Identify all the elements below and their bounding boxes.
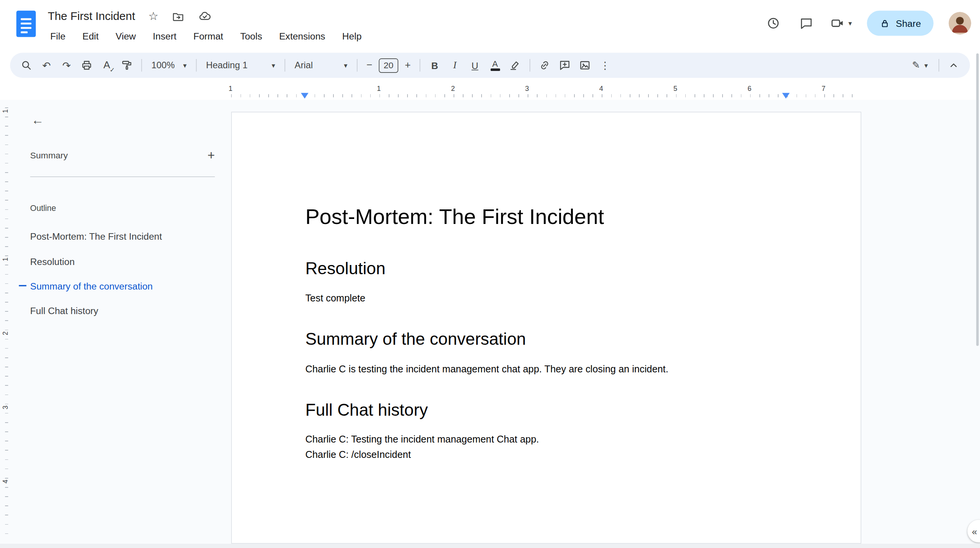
ruler-number: 5 <box>673 85 677 92</box>
highlight-color-icon[interactable] <box>505 56 525 75</box>
toolbar-divider <box>141 59 142 72</box>
ruler-number: 4 <box>599 85 603 92</box>
video-caret-icon[interactable]: ▾ <box>848 20 852 27</box>
right-indent-marker[interactable] <box>782 93 790 99</box>
lock-icon <box>879 18 890 29</box>
ruler-number: 2 <box>451 85 455 92</box>
outline-label: Outline <box>30 203 56 213</box>
avatar[interactable] <box>949 12 971 35</box>
doc-paragraph[interactable]: Charlie C: Testing the incident manageme… <box>305 432 798 447</box>
more-options-icon[interactable]: ⋮ <box>595 56 615 75</box>
title-row: The First Incident ☆ <box>48 8 212 25</box>
ruler-number: 1 <box>229 85 233 92</box>
paragraph-style-value: Heading 1 <box>206 60 247 70</box>
menu-view[interactable]: View <box>114 29 137 42</box>
doc-heading-1[interactable]: Post-Mortem: The First Incident <box>305 204 798 230</box>
toolbar-divider <box>420 59 421 72</box>
share-label: Share <box>896 18 921 29</box>
left-indent-marker[interactable] <box>301 93 309 99</box>
doc-paragraph[interactable]: Test complete <box>305 291 798 306</box>
menu-edit[interactable]: Edit <box>81 29 100 42</box>
outline-item-full-chat-history[interactable]: Full Chat history <box>19 298 224 323</box>
ruler-number: 7 <box>822 85 825 92</box>
move-folder-icon[interactable] <box>172 10 185 23</box>
spellcheck-icon[interactable]: A ✓ <box>97 56 117 75</box>
video-call-icon <box>830 16 845 31</box>
vruler-number: 2 <box>1 328 9 338</box>
collapse-side-panel-button[interactable]: « <box>967 520 980 543</box>
undo-icon[interactable]: ↶ <box>36 56 56 75</box>
insert-image-icon[interactable] <box>575 56 595 75</box>
doc-heading-resolution[interactable]: Resolution <box>305 258 798 279</box>
doc-heading-full-chat[interactable]: Full Chat history <box>305 400 798 420</box>
join-call-control[interactable]: ▾ <box>830 16 852 31</box>
ruler-ticks <box>231 94 861 97</box>
toolbar-divider <box>939 59 939 72</box>
toolbar-divider <box>285 59 285 72</box>
star-icon[interactable]: ☆ <box>148 11 158 22</box>
share-button[interactable]: Share <box>867 11 934 36</box>
zoom-select[interactable]: 100% ▾ <box>146 56 191 75</box>
menu-help[interactable]: Help <box>341 29 363 42</box>
summary-label: Summary <box>30 150 68 160</box>
hide-menus-icon[interactable] <box>944 56 964 75</box>
summary-divider <box>30 176 215 177</box>
summary-section: Summary + <box>30 149 215 161</box>
font-caret-icon: ▾ <box>344 62 347 69</box>
document-title[interactable]: The First Incident <box>48 10 135 23</box>
close-outline-icon[interactable]: ← <box>29 111 46 129</box>
doc-paragraph[interactable]: Charlie C is testing the incident manage… <box>305 361 798 376</box>
menu-file[interactable]: File <box>49 29 67 42</box>
font-family-value: Arial <box>295 60 313 70</box>
version-history-icon[interactable] <box>765 15 782 32</box>
comments-icon[interactable] <box>797 15 815 32</box>
insert-link-icon[interactable] <box>535 56 554 75</box>
editing-mode-select[interactable]: ✎ ▾ <box>906 56 934 75</box>
outline-item-summary-of-conversation[interactable]: Summary of the conversation <box>19 273 224 298</box>
vruler-number: 3 <box>1 402 9 412</box>
add-summary-icon[interactable]: + <box>208 149 215 161</box>
underline-button[interactable]: U <box>465 56 485 75</box>
increase-font-size-button[interactable]: + <box>400 56 415 75</box>
doc-paragraph[interactable]: Charlie C: /closeIncident <box>305 447 798 462</box>
menu-insert[interactable]: Insert <box>152 29 178 42</box>
pencil-icon: ✎ <box>912 60 920 71</box>
menu-format[interactable]: Format <box>192 29 224 42</box>
outline-item-post-mortem[interactable]: Post-Mortem: The First Incident <box>19 224 224 248</box>
paragraph-style-select[interactable]: Heading 1 ▾ <box>201 56 280 75</box>
text-color-bar <box>490 69 500 71</box>
paint-format-icon[interactable] <box>117 56 137 75</box>
zoom-caret-icon: ▾ <box>183 62 186 69</box>
bold-button[interactable]: B <box>425 56 445 75</box>
vertical-ruler: 1 1 2 3 4 <box>0 100 11 548</box>
ruler-number: 6 <box>747 85 751 92</box>
search-menus-icon[interactable] <box>16 56 36 75</box>
vertical-scrollbar[interactable] <box>976 53 979 346</box>
style-caret-icon: ▾ <box>272 62 275 69</box>
outline-item-resolution[interactable]: Resolution <box>19 249 224 273</box>
menu-extensions[interactable]: Extensions <box>278 29 327 42</box>
cloud-saved-icon[interactable] <box>198 10 212 23</box>
zoom-value: 100% <box>152 60 175 70</box>
docs-logo-icon[interactable] <box>16 11 36 37</box>
menu-bar: File Edit View Insert Format Tools Exten… <box>49 28 363 44</box>
horizontal-ruler: 1 1 2 3 4 5 6 7 <box>0 84 980 100</box>
menu-tools[interactable]: Tools <box>239 29 264 42</box>
text-color-button[interactable]: A <box>485 56 505 75</box>
toolbar-divider <box>357 59 358 72</box>
vruler-number: 4 <box>1 477 9 487</box>
font-size-input[interactable]: 20 <box>379 58 398 72</box>
font-family-select[interactable]: Arial ▾ <box>290 56 353 75</box>
italic-button[interactable]: I <box>445 56 465 75</box>
document-page[interactable]: Post-Mortem: The First Incident Resoluti… <box>231 112 861 543</box>
print-icon[interactable] <box>77 56 97 75</box>
add-comment-icon[interactable] <box>555 56 575 75</box>
app-window: The First Incident ☆ File Edit View Inse… <box>0 0 980 548</box>
toolbar: ↶ ↷ A ✓ 100% ▾ Heading 1 ▾ Arial ▾ − 20 <box>10 53 970 78</box>
vruler-number: 1 <box>1 254 9 264</box>
header-actions: ▾ Share <box>765 9 971 38</box>
redo-icon[interactable]: ↷ <box>56 56 76 75</box>
document-body: Post-Mortem: The First Incident Resoluti… <box>232 112 861 462</box>
doc-heading-summary[interactable]: Summary of the conversation <box>305 329 798 349</box>
decrease-font-size-button[interactable]: − <box>362 56 377 75</box>
